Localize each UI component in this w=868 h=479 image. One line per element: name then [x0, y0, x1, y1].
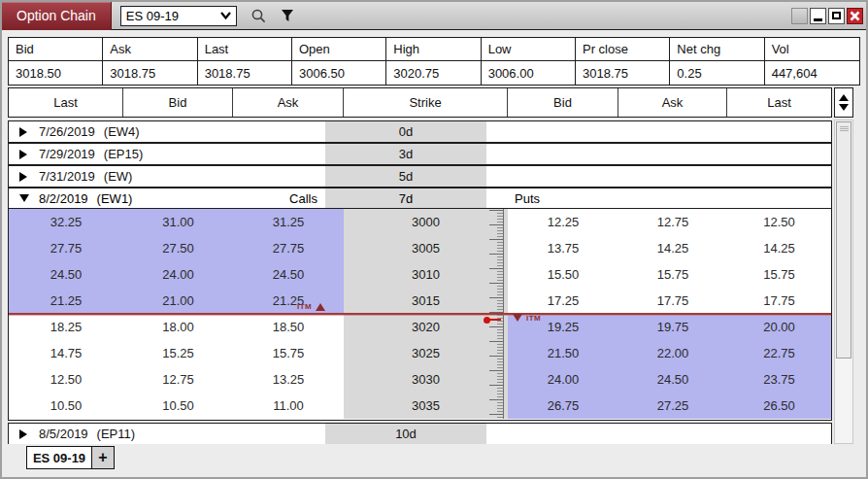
put-ask-cell[interactable]: 12.75	[618, 209, 727, 235]
expiration-code: (EW4)	[104, 124, 140, 139]
search-icon[interactable]	[250, 8, 267, 24]
call-ask-cell[interactable]: 15.75	[233, 340, 344, 366]
call-bid-cell[interactable]: 31.00	[123, 209, 233, 235]
close-button[interactable]	[847, 8, 863, 24]
put-ask-cell[interactable]: 17.75	[618, 288, 727, 314]
maximize-button[interactable]	[828, 8, 845, 24]
call-last-cell[interactable]: 10.50	[9, 393, 123, 419]
option-row-3015: 21.25 21.00 21.25 3015 17.25 17.75 17.75	[9, 288, 831, 314]
expiration-row-0726[interactable]: 7/26/2019 (EW4) 0d	[8, 120, 832, 143]
scroll-down-icon[interactable]	[839, 104, 849, 111]
put-bid-cell[interactable]: 17.25	[508, 288, 618, 314]
quote-value-bid: 3018.50	[9, 61, 103, 85]
call-last-cell[interactable]: 14.75	[9, 340, 123, 366]
itm-text: ITM	[297, 302, 312, 311]
strike-cell[interactable]: 3000	[344, 209, 508, 235]
column-header-call-bid[interactable]: Bid	[123, 88, 233, 117]
symbol-dropdown[interactable]: ES 09-19	[120, 6, 237, 26]
chevron-down-icon	[220, 12, 231, 19]
expiration-date: 7/31/2019	[39, 169, 95, 184]
title-bar: Option Chain ES 09-19	[2, 2, 866, 30]
strike-cell[interactable]: 3005	[344, 235, 508, 261]
call-bid-cell[interactable]: 27.50	[123, 235, 233, 261]
call-ask-cell[interactable]: 13.25	[233, 366, 344, 393]
put-last-cell[interactable]: 23.75	[727, 366, 831, 393]
call-ask-cell[interactable]: 11.00	[233, 393, 344, 419]
tab-es-09-19[interactable]: ES 09-19	[26, 446, 92, 469]
put-last-cell[interactable]: 26.50	[727, 393, 831, 419]
call-ask-cell[interactable]: 21.25	[233, 288, 344, 314]
expiration-date: 8/5/2019	[39, 427, 88, 441]
minimize-button[interactable]	[810, 8, 826, 24]
expiration-row-0731[interactable]: 7/31/2019 (EW) 5d	[8, 165, 832, 188]
scrollbar-thumb[interactable]	[836, 121, 851, 359]
call-bid-cell[interactable]: 12.75	[123, 366, 233, 393]
days-to-expiry: 7d	[325, 188, 486, 208]
call-ask-cell[interactable]: 18.50	[233, 314, 344, 340]
put-bid-cell[interactable]: 21.50	[508, 340, 618, 366]
put-ask-cell[interactable]: 19.75	[618, 314, 727, 340]
call-bid-cell[interactable]: 18.00	[123, 314, 233, 340]
call-last-cell[interactable]: 18.25	[9, 314, 123, 340]
expand-arrow-icon[interactable]	[19, 150, 35, 159]
put-bid-cell[interactable]: 15.50	[508, 261, 618, 288]
call-ask-cell[interactable]: 31.25	[233, 209, 344, 235]
scrollbar-track[interactable]	[834, 120, 853, 444]
strike-cell[interactable]: 3020	[344, 314, 508, 340]
filter-icon[interactable]	[281, 9, 294, 22]
strike-cell[interactable]: 3030	[344, 366, 508, 393]
puts-cells: 17.25 17.75 17.75	[508, 288, 831, 314]
call-last-cell[interactable]: 27.75	[9, 235, 123, 261]
strike-cell[interactable]: 3015	[344, 288, 508, 314]
put-ask-cell[interactable]: 15.75	[618, 261, 727, 288]
call-bid-cell[interactable]: 24.00	[123, 261, 233, 288]
column-header-put-bid[interactable]: Bid	[508, 88, 618, 117]
column-header-put-ask[interactable]: Ask	[618, 88, 727, 117]
put-last-cell[interactable]: 14.25	[727, 235, 831, 261]
call-last-cell[interactable]: 12.50	[9, 366, 123, 393]
expiration-row-0729[interactable]: 7/29/2019 (EP15) 3d	[8, 143, 832, 165]
expand-arrow-icon[interactable]	[19, 429, 35, 439]
call-last-cell[interactable]: 32.25	[9, 209, 123, 235]
expiration-row-0802[interactable]: 8/2/2019 (EW1) Calls 7d Puts	[9, 188, 831, 209]
column-header-put-last[interactable]: Last	[727, 88, 831, 117]
put-bid-cell[interactable]: 24.00	[508, 366, 618, 393]
call-bid-cell[interactable]: 21.00	[123, 288, 233, 314]
put-last-cell[interactable]: 22.75	[727, 340, 831, 366]
days-to-expiry: 5d	[325, 166, 486, 187]
put-ask-cell[interactable]: 24.50	[618, 366, 727, 393]
window-extra-button[interactable]	[791, 8, 808, 24]
put-ask-cell[interactable]: 27.25	[618, 393, 727, 419]
put-last-cell[interactable]: 20.00	[727, 314, 831, 340]
put-bid-cell[interactable]: 26.75	[508, 393, 618, 419]
column-header-call-last[interactable]: Last	[9, 88, 123, 117]
put-ask-cell[interactable]: 14.25	[618, 235, 727, 261]
put-bid-cell[interactable]: 13.75	[508, 235, 618, 261]
option-rows: 32.25 31.00 31.25 3000 12.25 12.75 12.50…	[9, 209, 831, 419]
strike-cell[interactable]: 3010	[344, 261, 508, 288]
scroll-up-icon[interactable]	[839, 94, 849, 101]
put-bid-cell[interactable]: 12.25	[508, 209, 618, 235]
triangle-up-icon	[316, 303, 325, 311]
put-last-cell[interactable]: 15.75	[727, 261, 831, 288]
put-last-cell[interactable]: 12.50	[727, 209, 831, 235]
strike-cell[interactable]: 3035	[344, 393, 508, 419]
put-ask-cell[interactable]: 22.00	[618, 340, 727, 366]
expand-arrow-icon[interactable]	[19, 172, 35, 182]
expand-arrow-icon[interactable]	[19, 127, 35, 137]
call-ask-cell[interactable]: 27.75	[233, 235, 344, 261]
call-last-cell[interactable]: 24.50	[9, 261, 123, 288]
column-header-call-ask[interactable]: Ask	[233, 88, 344, 117]
call-ask-cell[interactable]: 24.50	[233, 261, 344, 288]
strike-cell[interactable]: 3025	[344, 340, 508, 366]
add-tab-button[interactable]: +	[92, 446, 115, 469]
at-the-money-line	[9, 313, 831, 315]
call-bid-cell[interactable]: 10.50	[123, 393, 233, 419]
column-header-strike[interactable]: Strike	[344, 88, 508, 117]
call-bid-cell[interactable]: 15.25	[123, 340, 233, 366]
quote-header-netchg: Net chg	[670, 38, 764, 61]
expiration-row-0805[interactable]: 8/5/2019 (EP11) 10d	[8, 423, 832, 445]
call-last-cell[interactable]: 21.25	[9, 288, 123, 314]
option-row-3020: 18.25 18.00 18.50 3020 19.25 19.75 20.00	[9, 314, 831, 340]
put-last-cell[interactable]: 17.75	[727, 288, 831, 314]
